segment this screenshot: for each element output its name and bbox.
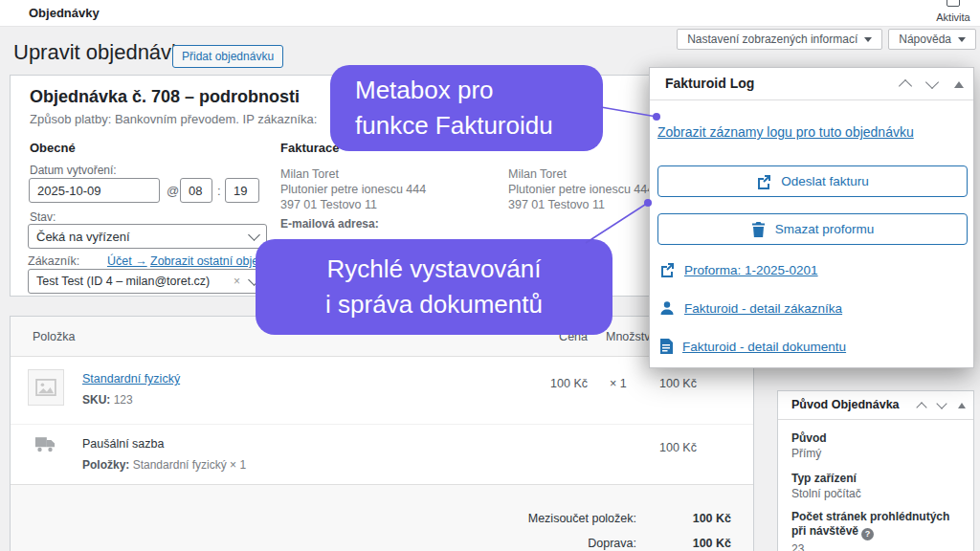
- external-link-icon: [659, 262, 675, 277]
- customer-detail-link[interactable]: Fakturoid - detail zákazníka: [684, 301, 842, 316]
- chevron-down-icon: [248, 229, 260, 241]
- send-invoice-button[interactable]: Odeslat fakturu: [657, 165, 968, 197]
- date-created-label: Datum vytvoření:: [30, 164, 117, 177]
- screen-options-button[interactable]: Nastavení zobrazených informací: [677, 29, 882, 50]
- order-subheading: Způsob platby: Bankovním převodem. IP zá…: [30, 112, 317, 126]
- product-name-link[interactable]: Standardní fyzický: [82, 372, 180, 386]
- proforma-link-row[interactable]: Proforma: 1-2025-0201: [659, 262, 818, 277]
- status-value: Čeká na vyřízení: [36, 230, 130, 244]
- origin-value: Přímý: [791, 447, 821, 460]
- send-invoice-label: Odeslat fakturu: [781, 174, 869, 188]
- delete-proforma-label: Smazat proformu: [775, 222, 875, 236]
- order-items-panel: Položka Cena Množství Standardní fyzický…: [10, 316, 754, 551]
- activity-flag-icon: [947, 0, 960, 7]
- annotation-callout-documents: Rychlé vystavování i správa dokumentů: [256, 239, 612, 335]
- date-at-separator: @: [167, 184, 179, 198]
- collapse-toggle-icon[interactable]: [958, 403, 966, 408]
- add-order-button[interactable]: Přidat objednávku: [172, 45, 283, 68]
- order-edit-screen: Objednávky Aktivita Nastavení zobrazenýc…: [0, 0, 980, 551]
- breadcrumb[interactable]: Objednávky: [29, 6, 100, 20]
- pages-viewed-value: 23: [791, 542, 804, 551]
- document-detail-link[interactable]: Fakturoid - detail dokumentu: [682, 340, 846, 354]
- trash-icon: [751, 222, 766, 237]
- table-row: Paušální sazba Položky: Standardní fyzic…: [11, 425, 753, 484]
- move-up-icon[interactable]: [899, 79, 912, 93]
- shipping-cost-value: 100 Kč: [693, 537, 731, 550]
- order-origin-panel: Původ Objednávka Původ Přímý Typ zařízen…: [777, 390, 974, 551]
- subtotal-label: Mezisoučet položek:: [528, 512, 636, 525]
- shipping-items: Položky: Standardní fyzický × 1: [82, 458, 246, 472]
- item-total: 100 Kč: [659, 377, 697, 390]
- chevron-down-icon: [864, 37, 872, 42]
- shipping-street: Plutonier petre ionescu 444: [508, 182, 654, 197]
- truck-icon: [34, 436, 56, 452]
- callout-line: funkce Fakturoidu: [355, 108, 603, 143]
- move-up-icon[interactable]: [916, 402, 926, 412]
- status-select[interactable]: Čeká na vyřízení: [28, 224, 267, 249]
- product-sku: SKU: 123: [82, 393, 133, 407]
- email-label: E-mailová adresa:: [280, 217, 379, 231]
- help-label: Nápověda: [899, 33, 951, 46]
- image-placeholder-icon: [35, 379, 56, 396]
- callout-line: Rychlé vystavování: [327, 252, 542, 287]
- customer-value: Test Test (ID 4 – milan@toret.cz): [36, 275, 210, 288]
- callout-line: Metabox pro: [355, 73, 603, 108]
- billing-section-title: Fakturace: [280, 141, 339, 155]
- help-button[interactable]: Nápověda: [888, 29, 976, 50]
- show-log-link[interactable]: Zobrazit záznamy logu pro tuto objednávk…: [657, 124, 914, 140]
- fakturoid-panel-header: Fakturoid Log: [650, 68, 973, 100]
- pages-viewed-label: Počet stránek prohlédnutých při návštěvě…: [791, 510, 956, 540]
- minute-input[interactable]: 19: [225, 178, 259, 203]
- column-item: Položka: [33, 330, 75, 343]
- document-detail-link-row[interactable]: Fakturoid - detail dokumentu: [659, 339, 846, 354]
- hour-input[interactable]: 08: [180, 178, 212, 203]
- billing-street: Plutonier petre ionescu 444: [280, 182, 426, 197]
- origin-panel-title: Původ Objednávka: [791, 398, 900, 411]
- fakturoid-panel-title: Fakturoid Log: [665, 76, 754, 91]
- screen-options-row: Nastavení zobrazených informací Nápověda: [677, 29, 976, 50]
- date-input[interactable]: 2025-10-09: [29, 178, 160, 203]
- origin-label: Původ: [791, 431, 827, 445]
- screen-options-label: Nastavení zobrazených informací: [687, 33, 858, 46]
- help-icon[interactable]: ?: [861, 528, 874, 540]
- device-type-value: Stolní počítač: [791, 487, 861, 500]
- billing-name: Milan Toret: [280, 166, 426, 182]
- column-quantity: Množství: [606, 330, 654, 343]
- item-price: 100 Kč: [527, 377, 588, 390]
- fakturoid-log-panel: Fakturoid Log Zobrazit záznamy logu pro …: [649, 67, 974, 368]
- proforma-link[interactable]: Proforma: 1-2025-0201: [684, 263, 818, 277]
- external-link-icon: [756, 174, 771, 189]
- person-icon: [659, 300, 675, 316]
- status-label: Stav:: [30, 210, 56, 224]
- collapse-toggle-icon[interactable]: [954, 81, 964, 88]
- shipping-address: Milan Toret Plutonier petre ionescu 444 …: [508, 166, 654, 212]
- shipping-total: 100 Kč: [659, 441, 697, 454]
- customer-account-link[interactable]: Účet →: [107, 254, 147, 268]
- order-heading: Objednávka č. 708 – podrobnosti: [30, 87, 300, 107]
- admin-top-bar: Objednávky Aktivita: [0, 0, 980, 27]
- clear-icon[interactable]: ×: [234, 275, 240, 288]
- chevron-down-icon: [958, 37, 966, 42]
- general-section-title: Obecné: [30, 141, 76, 155]
- activity-button[interactable]: Aktivita: [928, 0, 978, 27]
- origin-panel-header: Původ Objednávka: [778, 391, 973, 420]
- customer-select[interactable]: Test Test (ID 4 – milan@toret.cz) ×: [28, 269, 267, 294]
- delete-proforma-button[interactable]: Smazat proformu: [657, 213, 968, 245]
- device-type-label: Typ zařízení: [791, 472, 857, 485]
- shipping-cost-label: Doprava:: [588, 537, 636, 550]
- move-down-icon[interactable]: [936, 398, 947, 408]
- document-icon: [659, 339, 673, 354]
- order-totals: Mezisoučet položek: 100 Kč Doprava: 100 …: [11, 484, 753, 551]
- customer-label: Zákazník:: [28, 254, 79, 268]
- page-title: Upravit objednávku: [13, 40, 193, 65]
- annotation-callout-metabox: Metabox pro funkce Fakturoidu: [330, 65, 603, 151]
- time-separator: :: [217, 184, 221, 198]
- table-row: Standardní fyzický SKU: 123 100 Kč × 1 1…: [11, 357, 753, 425]
- move-down-icon[interactable]: [925, 76, 939, 89]
- shipping-name: Milan Toret: [508, 166, 654, 182]
- shipping-city: 397 01 Testovo 11: [508, 197, 654, 212]
- customer-detail-link-row[interactable]: Fakturoid - detail zákazníka: [659, 300, 842, 316]
- activity-label: Aktivita: [928, 11, 978, 23]
- subtotal-value: 100 Kč: [693, 512, 731, 525]
- billing-city: 397 01 Testovo 11: [280, 197, 426, 212]
